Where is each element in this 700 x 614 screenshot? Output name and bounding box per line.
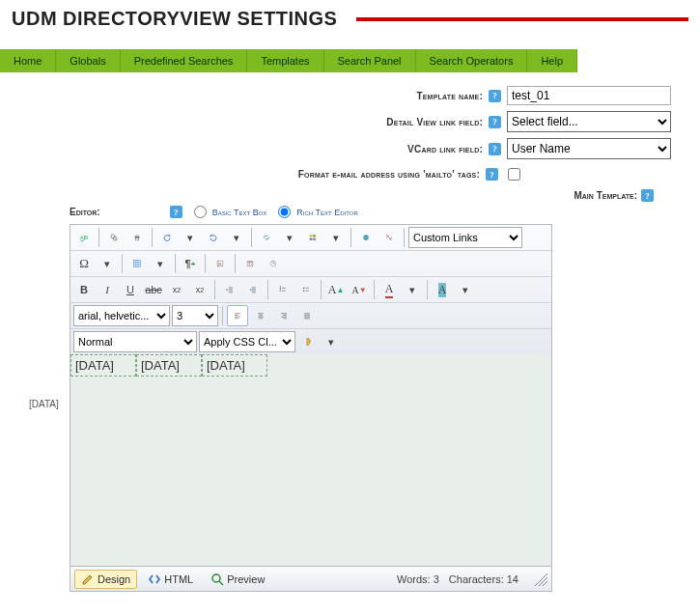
image-manager-icon[interactable] xyxy=(302,227,323,248)
backcolor-split-icon[interactable]: ▾ xyxy=(455,279,476,300)
svg-line-51 xyxy=(219,581,223,585)
preview-mode-button[interactable]: Preview xyxy=(204,570,271,589)
custom-links-select[interactable]: Custom Links xyxy=(408,227,522,248)
font-shrink-icon[interactable]: A▼ xyxy=(349,279,370,300)
settings-form: Template name: ? Detail View link field:… xyxy=(0,86,700,202)
svg-text:js: js xyxy=(217,262,222,266)
pencil-icon xyxy=(81,572,95,586)
subscript-button[interactable]: x2 xyxy=(189,279,210,300)
backcolor-icon[interactable]: A xyxy=(432,279,453,300)
unlink-icon[interactable] xyxy=(378,227,400,248)
format-painter-icon[interactable] xyxy=(297,331,319,352)
forecolor-icon[interactable]: A xyxy=(378,279,400,300)
font-family-select[interactable]: arial, helvetic... xyxy=(73,305,170,326)
help-icon[interactable]: ? xyxy=(641,189,654,202)
align-left-icon[interactable] xyxy=(227,305,248,326)
radio-basic-wrapper[interactable]: Basic Text Box xyxy=(194,206,267,218)
svg-text:2: 2 xyxy=(280,289,282,293)
css-class-select[interactable]: Apply CSS Cl... xyxy=(199,331,295,352)
undo-icon[interactable] xyxy=(156,227,178,248)
html-mode-button[interactable]: HTML xyxy=(141,570,200,589)
nav-templates[interactable]: Templates xyxy=(247,49,323,72)
align-justify-icon[interactable] xyxy=(296,305,318,326)
strike-button[interactable]: abc xyxy=(143,279,164,300)
superscript-button[interactable]: x2 xyxy=(166,279,187,300)
svg-rect-13 xyxy=(134,261,141,267)
radio-rich-wrapper[interactable]: Rich Text Editor xyxy=(278,206,357,218)
link-split-icon[interactable]: ▾ xyxy=(279,227,300,248)
detail-view-select[interactable]: Select field... xyxy=(507,111,671,132)
help-icon[interactable]: ? xyxy=(489,116,501,128)
paragraph-icon[interactable]: ¶+ xyxy=(180,253,201,274)
outdent-icon[interactable] xyxy=(219,279,240,300)
nav-bar: Home Globals Predefined Searches Templat… xyxy=(0,49,700,72)
table-split-icon[interactable]: ▾ xyxy=(150,253,171,274)
editor-content[interactable]: [DATA] [DATA] [DATA] xyxy=(70,354,552,567)
font-grow-icon[interactable]: A▲ xyxy=(325,279,347,300)
char-count: Characters: 14 xyxy=(449,573,518,585)
svg-point-31 xyxy=(303,290,304,291)
placeholder-cell[interactable]: [DATA] xyxy=(136,354,202,377)
template-name-input[interactable] xyxy=(507,86,671,105)
resize-handle-icon[interactable] xyxy=(534,572,547,586)
print-icon[interactable] xyxy=(126,227,148,248)
radio-basic-label: Basic Text Box xyxy=(212,208,267,217)
nav-search-operators[interactable]: Search Operators xyxy=(416,49,528,72)
svg-point-1 xyxy=(111,235,115,238)
paragraph-format-select[interactable]: Normal xyxy=(73,331,197,352)
link-icon[interactable] xyxy=(256,227,277,248)
help-icon[interactable]: ? xyxy=(486,168,498,181)
svg-rect-21 xyxy=(247,262,253,263)
snippet-icon[interactable]: js xyxy=(210,253,231,274)
undo-split-icon[interactable]: ▾ xyxy=(180,227,201,248)
bold-button[interactable]: B xyxy=(73,279,95,300)
nav-search-panel[interactable]: Search Panel xyxy=(324,49,416,72)
mailto-checkbox[interactable] xyxy=(508,168,520,181)
main-template-label: Main Template: xyxy=(574,190,637,201)
design-mode-button[interactable]: Design xyxy=(74,570,137,589)
nav-help[interactable]: Help xyxy=(527,49,577,72)
help-icon[interactable]: ? xyxy=(489,90,501,102)
svg-text:31: 31 xyxy=(248,263,252,266)
date-icon[interactable]: 31 xyxy=(239,253,261,274)
nav-home[interactable]: Home xyxy=(0,49,56,72)
italic-button[interactable]: I xyxy=(97,279,118,300)
placeholder-cell[interactable]: [DATA] xyxy=(202,354,267,377)
underline-button[interactable]: U xyxy=(120,279,141,300)
align-right-icon[interactable] xyxy=(273,305,294,326)
svg-rect-5 xyxy=(135,235,138,237)
magnifier-icon xyxy=(210,572,224,586)
spellcheck-icon[interactable]: ABC xyxy=(73,227,95,248)
symbol-icon[interactable]: Ω xyxy=(73,253,95,274)
table-icon[interactable] xyxy=(126,253,148,274)
find-icon[interactable] xyxy=(103,227,125,248)
forecolor-split-icon[interactable]: ▾ xyxy=(402,279,423,300)
placeholder-cell[interactable]: [DATA] xyxy=(70,354,136,377)
align-center-icon[interactable] xyxy=(250,305,271,326)
time-icon[interactable] xyxy=(263,253,284,274)
image-split-icon[interactable]: ▾ xyxy=(325,227,347,248)
font-size-select[interactable]: 3 xyxy=(172,305,218,326)
header-rule xyxy=(356,17,688,21)
radio-rich[interactable] xyxy=(278,206,291,218)
nav-globals[interactable]: Globals xyxy=(56,49,120,72)
editor-toolbar: ABC ▾ ▾ xyxy=(70,224,552,354)
unordered-list-icon[interactable] xyxy=(295,279,317,300)
svg-rect-6 xyxy=(135,238,138,240)
help-icon[interactable]: ? xyxy=(170,206,182,218)
redo-split-icon[interactable]: ▾ xyxy=(226,227,247,248)
ordered-list-icon[interactable]: 12 xyxy=(272,279,294,300)
globe-icon[interactable] xyxy=(355,227,377,248)
indent-icon[interactable] xyxy=(242,279,264,300)
format-painter-split-icon[interactable]: ▾ xyxy=(321,331,342,352)
radio-basic[interactable] xyxy=(194,206,207,218)
placeholder-row: [DATA] [DATA] [DATA] xyxy=(70,354,551,377)
template-name-label: Template name: xyxy=(416,91,483,101)
page-title: UDM DIRECTORYVIEW SETTINGS xyxy=(12,8,337,30)
vcard-select[interactable]: User Name xyxy=(507,138,671,159)
redo-icon[interactable] xyxy=(203,227,224,248)
help-icon[interactable]: ? xyxy=(489,143,501,155)
symbol-split-icon[interactable]: ▾ xyxy=(97,253,118,274)
nav-predefined[interactable]: Predefined Searches xyxy=(121,49,248,72)
svg-rect-8 xyxy=(313,235,316,237)
